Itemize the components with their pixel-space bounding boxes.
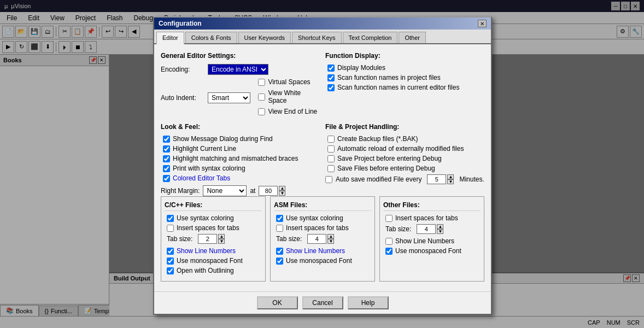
auto-save-checkbox[interactable] xyxy=(325,176,332,183)
other-insert-spaces-row: Insert spaces for tabs xyxy=(383,214,481,222)
minutes-label: Minutes. xyxy=(459,175,484,183)
tab-text-completion[interactable]: Text Completion xyxy=(343,32,398,43)
view-end-of-line-checkbox[interactable] xyxy=(258,108,265,115)
tab-other[interactable]: Other xyxy=(399,32,426,43)
other-use-monospaced-label: Use monospaced Font xyxy=(395,247,461,255)
cpp-tab-size-spinner: ▲ ▼ xyxy=(198,234,225,244)
asm-use-monospaced-checkbox[interactable] xyxy=(276,257,283,265)
cpp-open-outlining-row: Open with Outlining xyxy=(165,267,262,274)
other-insert-spaces-label: Insert spaces for tabs xyxy=(395,214,458,222)
highlight-current-checkbox[interactable] xyxy=(163,145,170,153)
cpp-files-section: C/C++ Files: Use syntax coloring Insert … xyxy=(161,196,266,282)
cpp-show-line-numbers-label: Show Line Numbers xyxy=(177,247,236,255)
cpp-tab-down-button[interactable]: ▼ xyxy=(218,239,225,244)
cpp-use-syntax-label: Use syntax coloring xyxy=(177,214,234,222)
other-tab-down-button[interactable]: ▼ xyxy=(437,229,443,234)
file-project-section: File & Project Handling: Create Backup f… xyxy=(325,121,484,196)
spinner-up-button[interactable]: ▲ xyxy=(279,186,285,191)
dialog-tabs: Editor Colors & Fonts User Keywords Shor… xyxy=(154,30,491,44)
scan-current-row: Scan function names in current editor fi… xyxy=(325,84,484,91)
asm-show-line-numbers-checkbox[interactable] xyxy=(276,248,283,255)
other-tab-size-value[interactable] xyxy=(417,224,436,234)
auto-indent-select[interactable]: Smart xyxy=(208,92,250,103)
cpp-show-line-numbers-row: Show Line Numbers xyxy=(165,247,262,255)
cancel-button[interactable]: Cancel xyxy=(302,296,343,309)
auto-indent-label: Auto Indent: xyxy=(161,94,204,102)
dialog-title: Configuration xyxy=(159,20,202,27)
cpp-tab-size-label: Tab size: xyxy=(167,235,192,243)
print-syntax-checkbox[interactable] xyxy=(163,165,170,172)
display-modules-checkbox[interactable] xyxy=(327,65,335,72)
cpp-tab-size-value[interactable] xyxy=(198,234,217,244)
highlight-braces-checkbox[interactable] xyxy=(163,155,170,162)
asm-insert-spaces-checkbox[interactable] xyxy=(276,225,283,232)
show-message-row: Show Message Dialog during Find xyxy=(161,135,320,143)
asm-use-monospaced-row: Use monospaced Font xyxy=(274,257,371,265)
asm-use-syntax-checkbox[interactable] xyxy=(276,215,283,222)
other-insert-spaces-checkbox[interactable] xyxy=(385,215,393,222)
asm-tab-size-value[interactable] xyxy=(307,234,326,244)
cpp-open-outlining-checkbox[interactable] xyxy=(167,267,174,274)
save-project-label: Save Project before entering Debug xyxy=(337,155,442,162)
look-feel-title: Look & Feel: xyxy=(161,123,320,131)
other-tab-size-row: Tab size: ▲ ▼ xyxy=(383,224,481,234)
right-margin-spinner-buttons: ▲ ▼ xyxy=(279,186,285,196)
auto-save-spinner-buttons: ▲ ▼ xyxy=(447,174,454,184)
cpp-tab-size-row: Tab size: ▲ ▼ xyxy=(165,234,262,244)
ok-button[interactable]: OK xyxy=(257,296,298,309)
asm-tab-up-button[interactable]: ▲ xyxy=(327,234,334,239)
auto-indent-row: Auto Indent: Smart Virtual Spaces Vi xyxy=(161,78,320,118)
bottom-section: C/C++ Files: Use syntax coloring Insert … xyxy=(161,196,484,282)
spinner-down-button[interactable]: ▼ xyxy=(279,191,285,196)
virtual-spaces-checkbox[interactable] xyxy=(258,79,265,86)
scan-project-checkbox[interactable] xyxy=(327,74,335,81)
create-backup-checkbox[interactable] xyxy=(327,136,335,143)
save-project-checkbox[interactable] xyxy=(327,155,335,162)
asm-tab-size-row: Tab size: ▲ ▼ xyxy=(274,234,371,244)
asm-tab-size-label: Tab size: xyxy=(276,235,302,243)
right-margin-spinner: ▲ ▼ xyxy=(259,186,285,196)
colored-tabs-label: Colored Editor Tabs xyxy=(173,174,230,182)
auto-save-down-button[interactable]: ▼ xyxy=(447,179,454,184)
cpp-use-syntax-checkbox[interactable] xyxy=(167,215,174,222)
auto-reload-checkbox[interactable] xyxy=(327,145,335,153)
cpp-files-title: C/C++ Files: xyxy=(165,201,262,211)
view-white-space-checkbox[interactable] xyxy=(258,93,265,101)
other-files-section: Other Files: Insert spaces for tabs Tab … xyxy=(379,196,484,282)
create-backup-label: Create Backup files (*.BAK) xyxy=(337,135,418,143)
cpp-use-monospaced-checkbox[interactable] xyxy=(167,257,174,265)
asm-show-line-numbers-row: Show Line Numbers xyxy=(274,247,371,255)
at-label: at xyxy=(250,187,255,195)
other-show-line-numbers-checkbox[interactable] xyxy=(385,238,393,245)
asm-tab-size-spinner: ▲ ▼ xyxy=(307,234,334,244)
virtual-spaces-row: Virtual Spaces xyxy=(256,78,320,86)
auto-save-value[interactable] xyxy=(427,174,446,184)
highlight-braces-label: Highlight matching and mismatched braces xyxy=(173,155,298,162)
asm-show-line-numbers-label: Show Line Numbers xyxy=(286,247,345,255)
cpp-tab-up-button[interactable]: ▲ xyxy=(218,234,225,239)
save-files-checkbox[interactable] xyxy=(327,165,335,172)
help-button[interactable]: Help xyxy=(348,296,389,309)
asm-tab-down-button[interactable]: ▼ xyxy=(327,239,334,244)
right-margin-value[interactable] xyxy=(259,186,278,196)
middle-section: Look & Feel: Show Message Dialog during … xyxy=(161,121,484,196)
tab-editor[interactable]: Editor xyxy=(156,32,184,44)
scan-current-checkbox[interactable] xyxy=(327,84,335,91)
print-syntax-label: Print with syntax coloring xyxy=(173,165,245,172)
show-message-checkbox[interactable] xyxy=(163,136,170,143)
configuration-dialog: Configuration ✕ Editor Colors & Fonts Us… xyxy=(153,16,492,315)
other-tab-up-button[interactable]: ▲ xyxy=(437,224,443,229)
tab-colors-fonts[interactable]: Colors & Fonts xyxy=(185,32,237,43)
cpp-show-line-numbers-checkbox[interactable] xyxy=(167,248,174,255)
cpp-insert-spaces-checkbox[interactable] xyxy=(167,225,174,232)
other-use-monospaced-checkbox[interactable] xyxy=(385,248,393,255)
tab-shortcut-keys[interactable]: Shortcut Keys xyxy=(292,32,341,43)
encoding-select[interactable]: Encode in ANSI xyxy=(208,64,268,75)
dialog-close-button[interactable]: ✕ xyxy=(478,20,487,27)
other-tab-size-label: Tab size: xyxy=(385,225,411,233)
colored-tabs-checkbox[interactable] xyxy=(163,175,170,182)
right-margin-select[interactable]: None 80 100 xyxy=(203,185,247,196)
function-display-section: Function Display: Display Modules Scan f… xyxy=(325,50,484,121)
tab-user-keywords[interactable]: User Keywords xyxy=(238,32,291,43)
auto-save-up-button[interactable]: ▲ xyxy=(447,174,454,179)
